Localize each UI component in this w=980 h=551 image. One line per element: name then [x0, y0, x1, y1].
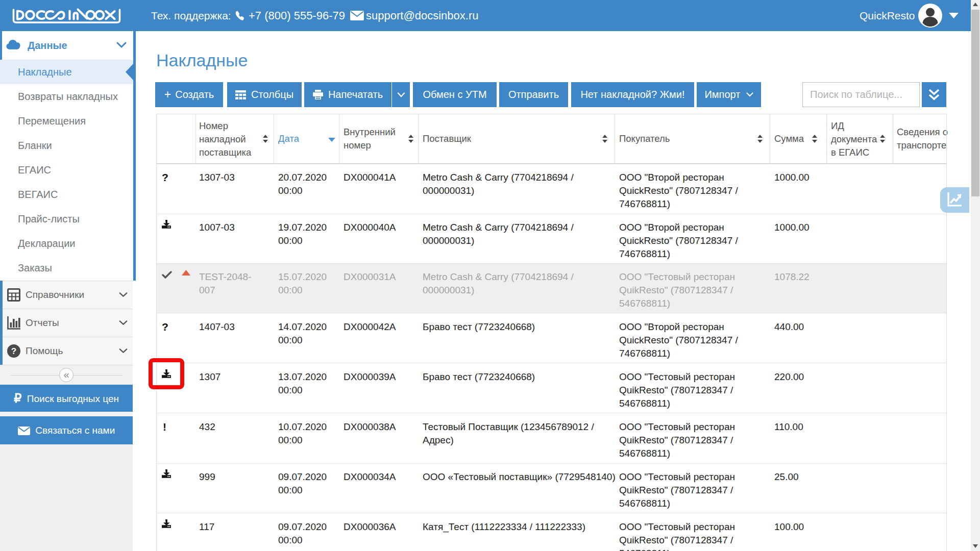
svg-text:?: ?: [11, 346, 16, 356]
